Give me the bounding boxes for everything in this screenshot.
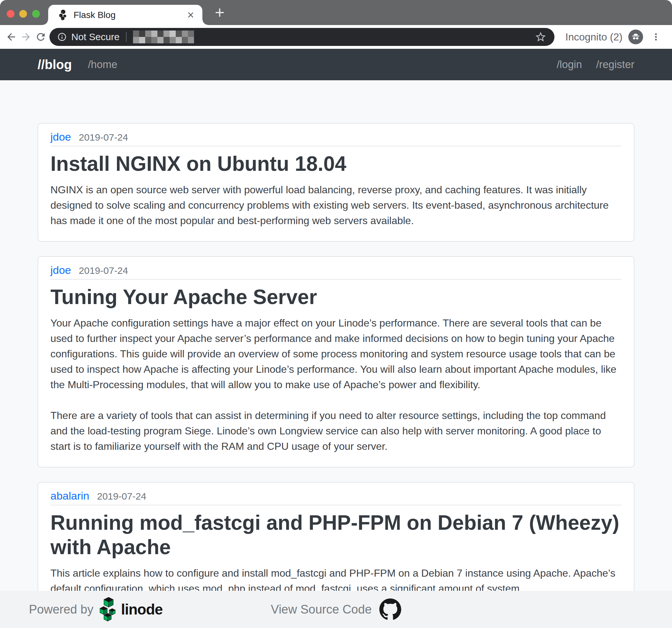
forward-arrow-icon <box>20 31 32 43</box>
security-status-label: Not Secure <box>71 31 120 42</box>
site-favicon-icon <box>58 10 67 21</box>
page-footer: Powered by linode View Source Code <box>0 591 672 628</box>
post-paragraph: This article explains how to configure a… <box>50 566 622 591</box>
incognito-avatar-icon[interactable] <box>628 29 643 44</box>
post-divider <box>50 505 622 505</box>
post-meta: abalarin 2019-07-24 <box>50 489 622 502</box>
post-title: Running mod_fastcgi and PHP-FPM on Debia… <box>50 510 622 560</box>
browser-window: Flask Blog × + Not Secure Incognito (2) <box>0 0 672 628</box>
tab-title: Flask Blog <box>74 10 116 20</box>
post-paragraph: There are a variety of tools that can as… <box>50 408 622 454</box>
post-paragraph: NGINX is an open source web server with … <box>50 182 622 228</box>
post-card: jdoe 2019-07-24 Tuning Your Apache Serve… <box>38 256 634 468</box>
linode-wordmark[interactable]: linode <box>121 601 163 618</box>
post-author-link[interactable]: abalarin <box>50 489 89 502</box>
window-titlebar: Flask Blog × + <box>0 0 672 25</box>
github-icon[interactable] <box>379 599 401 620</box>
post-body: NGINX is an open source web server with … <box>50 182 622 228</box>
redacted-url <box>133 30 194 43</box>
post-date: 2019-07-24 <box>79 265 128 276</box>
post-card: abalarin 2019-07-24 Running mod_fastcgi … <box>38 482 634 591</box>
navbar-right-links: /login /register <box>557 58 634 71</box>
back-arrow-icon <box>5 31 17 43</box>
post-title: Install NGINX on Ubuntu 18.04 <box>50 152 622 176</box>
back-button[interactable] <box>4 29 19 44</box>
post-divider <box>50 279 622 280</box>
post-meta: jdoe 2019-07-24 <box>50 131 622 143</box>
reload-icon <box>35 31 47 43</box>
post-author-link[interactable]: jdoe <box>50 131 71 143</box>
page-content: jdoe 2019-07-24 Install NGINX on Ubuntu … <box>0 80 672 591</box>
navbar-link-login[interactable]: /login <box>557 58 582 71</box>
navbar-brand[interactable]: //blog <box>38 57 72 72</box>
post-author-link[interactable]: jdoe <box>50 264 71 276</box>
forward-button[interactable] <box>19 29 33 44</box>
post-body: This article explains how to configure a… <box>50 566 622 591</box>
browser-toolbar: Not Secure Incognito (2) <box>0 25 672 49</box>
close-window-button[interactable] <box>7 10 15 18</box>
reload-button[interactable] <box>33 29 48 44</box>
browser-menu-icon[interactable] <box>649 29 662 44</box>
view-source-link[interactable]: View Source Code <box>271 599 401 620</box>
post-title: Tuning Your Apache Server <box>50 285 622 309</box>
close-tab-icon[interactable]: × <box>187 9 194 21</box>
minimize-window-button[interactable] <box>19 10 27 18</box>
post-paragraph: Your Apache configuration settings have … <box>50 315 622 392</box>
post-divider <box>50 146 622 146</box>
post-list: jdoe 2019-07-24 Install NGINX on Ubuntu … <box>38 80 634 591</box>
powered-by-label: Powered by <box>29 603 94 617</box>
bookmark-star-icon[interactable] <box>534 31 547 43</box>
address-bar[interactable]: Not Secure <box>49 28 554 46</box>
linode-logo-icon[interactable] <box>99 597 117 622</box>
post-body: Your Apache configuration settings have … <box>50 315 622 454</box>
navbar-link-register[interactable]: /register <box>596 58 634 71</box>
site-navbar: //blog /home /login /register <box>0 49 672 80</box>
post-date: 2019-07-24 <box>79 132 128 143</box>
zoom-window-button[interactable] <box>32 10 40 18</box>
new-tab-button[interactable]: + <box>210 3 230 22</box>
browser-tab[interactable]: Flask Blog × <box>48 5 202 25</box>
url-separator <box>126 32 126 42</box>
view-source-label: View Source Code <box>271 603 371 617</box>
post-date: 2019-07-24 <box>97 491 146 502</box>
post-card: jdoe 2019-07-24 Install NGINX on Ubuntu … <box>38 123 634 242</box>
post-meta: jdoe 2019-07-24 <box>50 264 622 276</box>
page-info-icon[interactable] <box>57 32 67 42</box>
incognito-label: Incognito (2) <box>566 31 623 43</box>
navbar-link-home[interactable]: /home <box>88 58 118 71</box>
